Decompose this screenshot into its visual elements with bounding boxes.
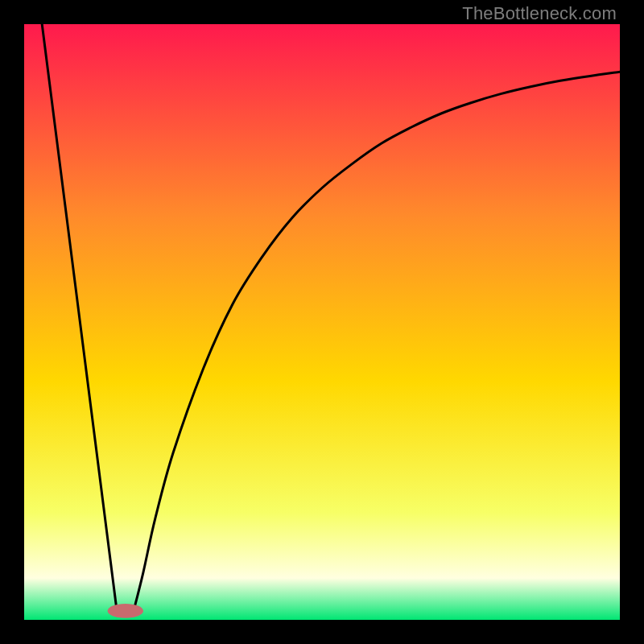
chart-frame: TheBottleneck.com: [0, 0, 644, 644]
watermark-label: TheBottleneck.com: [462, 3, 617, 24]
plot-area: [24, 24, 620, 620]
bottleneck-chart: [24, 24, 620, 620]
gradient-background: [24, 24, 620, 620]
optimal-point-marker: [108, 604, 143, 618]
